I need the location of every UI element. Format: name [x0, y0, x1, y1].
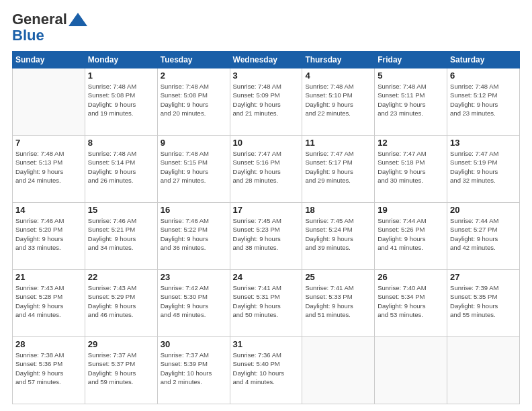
- calendar-cell: [447, 337, 520, 404]
- day-info: Sunrise: 7:48 AMSunset: 5:11 PMDaylight:…: [378, 82, 444, 118]
- calendar-day-header: Monday: [85, 52, 157, 68]
- calendar-cell: 7Sunrise: 7:48 AMSunset: 5:13 PMDaylight…: [13, 136, 85, 203]
- day-info: Sunrise: 7:41 AMSunset: 5:33 PMDaylight:…: [305, 283, 371, 319]
- calendar-cell: 18Sunrise: 7:45 AMSunset: 5:24 PMDayligh…: [302, 203, 375, 270]
- calendar-day-header: Sunday: [13, 52, 85, 68]
- calendar-cell: 30Sunrise: 7:37 AMSunset: 5:39 PMDayligh…: [157, 337, 230, 404]
- day-info: Sunrise: 7:37 AMSunset: 5:37 PMDaylight:…: [88, 351, 154, 386]
- calendar-cell: 27Sunrise: 7:39 AMSunset: 5:35 PMDayligh…: [447, 270, 520, 337]
- calendar-cell: 11Sunrise: 7:47 AMSunset: 5:17 PMDayligh…: [302, 136, 375, 203]
- day-number: 18: [305, 205, 371, 215]
- day-number: 30: [161, 339, 227, 349]
- day-info: Sunrise: 7:41 AMSunset: 5:31 PMDaylight:…: [233, 283, 300, 319]
- day-info: Sunrise: 7:48 AMSunset: 5:10 PMDaylight:…: [305, 82, 371, 118]
- day-number: 11: [305, 138, 371, 148]
- calendar-week-row: 21Sunrise: 7:43 AMSunset: 5:28 PMDayligh…: [13, 270, 520, 337]
- day-info: Sunrise: 7:45 AMSunset: 5:24 PMDaylight:…: [305, 216, 371, 252]
- day-info: Sunrise: 7:48 AMSunset: 5:15 PMDaylight:…: [161, 149, 227, 185]
- day-number: 25: [305, 272, 371, 282]
- calendar-cell: 4Sunrise: 7:48 AMSunset: 5:10 PMDaylight…: [302, 68, 375, 136]
- day-number: 2: [161, 71, 227, 81]
- header: General Blue: [12, 11, 520, 44]
- day-info: Sunrise: 7:48 AMSunset: 5:08 PMDaylight:…: [161, 82, 227, 118]
- day-number: 23: [161, 272, 227, 282]
- calendar-header-row: SundayMondayTuesdayWednesdayThursdayFrid…: [13, 52, 520, 68]
- calendar-day-header: Saturday: [447, 52, 520, 68]
- logo: General Blue: [12, 11, 87, 44]
- calendar-day-header: Wednesday: [230, 52, 302, 68]
- day-number: 31: [233, 339, 300, 349]
- calendar-cell: 9Sunrise: 7:48 AMSunset: 5:15 PMDaylight…: [157, 136, 230, 203]
- calendar-cell: 17Sunrise: 7:45 AMSunset: 5:23 PMDayligh…: [230, 203, 302, 270]
- day-number: 16: [161, 205, 227, 215]
- logo-icon: [69, 13, 87, 26]
- day-info: Sunrise: 7:46 AMSunset: 5:20 PMDaylight:…: [15, 216, 82, 252]
- day-info: Sunrise: 7:47 AMSunset: 5:17 PMDaylight:…: [305, 149, 371, 185]
- calendar-cell: 29Sunrise: 7:37 AMSunset: 5:37 PMDayligh…: [85, 337, 157, 404]
- calendar-week-row: 1Sunrise: 7:48 AMSunset: 5:08 PMDaylight…: [13, 68, 520, 136]
- calendar-cell: 24Sunrise: 7:41 AMSunset: 5:31 PMDayligh…: [230, 270, 302, 337]
- day-info: Sunrise: 7:44 AMSunset: 5:26 PMDaylight:…: [378, 216, 444, 252]
- calendar-cell: 28Sunrise: 7:38 AMSunset: 5:36 PMDayligh…: [13, 337, 85, 404]
- day-number: 5: [378, 71, 444, 81]
- day-number: 7: [15, 138, 82, 148]
- day-info: Sunrise: 7:48 AMSunset: 5:14 PMDaylight:…: [88, 149, 154, 185]
- day-number: 24: [233, 272, 300, 282]
- calendar-day-header: Friday: [375, 52, 447, 68]
- calendar-week-row: 14Sunrise: 7:46 AMSunset: 5:20 PMDayligh…: [13, 203, 520, 270]
- calendar-cell: 10Sunrise: 7:47 AMSunset: 5:16 PMDayligh…: [230, 136, 302, 203]
- day-number: 1: [88, 71, 154, 81]
- day-info: Sunrise: 7:43 AMSunset: 5:29 PMDaylight:…: [88, 283, 154, 319]
- day-info: Sunrise: 7:42 AMSunset: 5:30 PMDaylight:…: [161, 283, 227, 319]
- day-info: Sunrise: 7:39 AMSunset: 5:35 PMDaylight:…: [450, 283, 517, 319]
- calendar-cell: 25Sunrise: 7:41 AMSunset: 5:33 PMDayligh…: [302, 270, 375, 337]
- calendar-cell: 8Sunrise: 7:48 AMSunset: 5:14 PMDaylight…: [85, 136, 157, 203]
- day-info: Sunrise: 7:48 AMSunset: 5:08 PMDaylight:…: [88, 82, 154, 118]
- day-info: Sunrise: 7:36 AMSunset: 5:40 PMDaylight:…: [233, 351, 300, 386]
- day-info: Sunrise: 7:47 AMSunset: 5:19 PMDaylight:…: [450, 149, 517, 185]
- calendar-cell: 19Sunrise: 7:44 AMSunset: 5:26 PMDayligh…: [375, 203, 447, 270]
- calendar-cell: 16Sunrise: 7:46 AMSunset: 5:22 PMDayligh…: [157, 203, 230, 270]
- calendar-cell: 6Sunrise: 7:48 AMSunset: 5:12 PMDaylight…: [447, 68, 520, 136]
- day-info: Sunrise: 7:44 AMSunset: 5:27 PMDaylight:…: [450, 216, 517, 252]
- calendar-cell: 26Sunrise: 7:40 AMSunset: 5:34 PMDayligh…: [375, 270, 447, 337]
- day-number: 17: [233, 205, 300, 215]
- day-info: Sunrise: 7:46 AMSunset: 5:21 PMDaylight:…: [88, 216, 154, 252]
- day-info: Sunrise: 7:48 AMSunset: 5:12 PMDaylight:…: [450, 82, 517, 118]
- day-info: Sunrise: 7:43 AMSunset: 5:28 PMDaylight:…: [15, 283, 82, 319]
- day-number: 19: [378, 205, 444, 215]
- day-number: 27: [450, 272, 517, 282]
- calendar-cell: 13Sunrise: 7:47 AMSunset: 5:19 PMDayligh…: [447, 136, 520, 203]
- calendar-cell: 1Sunrise: 7:48 AMSunset: 5:08 PMDaylight…: [85, 68, 157, 136]
- svg-marker-0: [69, 13, 87, 26]
- day-info: Sunrise: 7:48 AMSunset: 5:09 PMDaylight:…: [233, 82, 300, 118]
- day-number: 8: [88, 138, 154, 148]
- calendar-week-row: 28Sunrise: 7:38 AMSunset: 5:36 PMDayligh…: [13, 337, 520, 404]
- day-info: Sunrise: 7:47 AMSunset: 5:16 PMDaylight:…: [233, 149, 300, 185]
- day-number: 10: [233, 138, 300, 148]
- day-info: Sunrise: 7:47 AMSunset: 5:18 PMDaylight:…: [378, 149, 444, 185]
- day-info: Sunrise: 7:37 AMSunset: 5:39 PMDaylight:…: [161, 351, 227, 386]
- day-number: 4: [305, 71, 371, 81]
- page: General Blue SundayMondayTuesdayWednesda…: [0, 0, 532, 411]
- calendar-cell: 12Sunrise: 7:47 AMSunset: 5:18 PMDayligh…: [375, 136, 447, 203]
- day-number: 29: [88, 339, 154, 349]
- day-number: 13: [450, 138, 517, 148]
- day-number: 9: [161, 138, 227, 148]
- calendar-week-row: 7Sunrise: 7:48 AMSunset: 5:13 PMDaylight…: [13, 136, 520, 203]
- logo-blue-text: Blue: [12, 27, 44, 44]
- calendar-cell: [302, 337, 375, 404]
- day-number: 20: [450, 205, 517, 215]
- day-info: Sunrise: 7:48 AMSunset: 5:13 PMDaylight:…: [15, 149, 82, 185]
- calendar-cell: 31Sunrise: 7:36 AMSunset: 5:40 PMDayligh…: [230, 337, 302, 404]
- logo-general-text: General: [12, 11, 67, 28]
- day-info: Sunrise: 7:40 AMSunset: 5:34 PMDaylight:…: [378, 283, 444, 319]
- day-number: 21: [15, 272, 82, 282]
- calendar-cell: 22Sunrise: 7:43 AMSunset: 5:29 PMDayligh…: [85, 270, 157, 337]
- day-info: Sunrise: 7:46 AMSunset: 5:22 PMDaylight:…: [161, 216, 227, 252]
- day-number: 22: [88, 272, 154, 282]
- calendar-cell: 23Sunrise: 7:42 AMSunset: 5:30 PMDayligh…: [157, 270, 230, 337]
- calendar-cell: 20Sunrise: 7:44 AMSunset: 5:27 PMDayligh…: [447, 203, 520, 270]
- calendar-cell: 14Sunrise: 7:46 AMSunset: 5:20 PMDayligh…: [13, 203, 85, 270]
- day-info: Sunrise: 7:38 AMSunset: 5:36 PMDaylight:…: [15, 351, 82, 386]
